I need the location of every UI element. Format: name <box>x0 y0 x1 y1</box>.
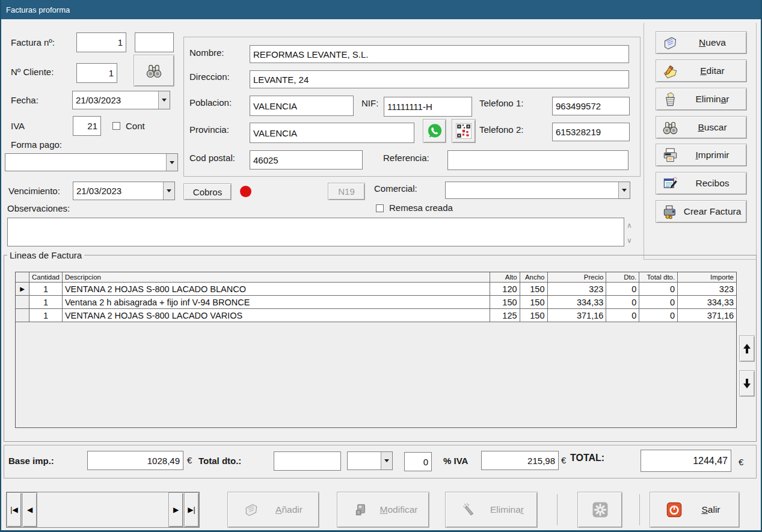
editar-label: Editar <box>678 66 746 76</box>
nav-last-button[interactable]: ▶| <box>184 492 199 527</box>
table-row[interactable]: ▶ 1 VENTANA 2 HOJAS S-800 LACADO BLANCO … <box>16 283 736 296</box>
chevron-down-icon[interactable] <box>158 91 170 109</box>
cobros-label: Cobros <box>193 187 222 197</box>
total-dto-input[interactable] <box>274 451 341 471</box>
total-dto-label: Total dto.: <box>198 456 241 466</box>
window-border-left <box>0 0 1 532</box>
move-line-up-button[interactable] <box>739 335 755 362</box>
editar-button[interactable]: Editar <box>656 60 747 82</box>
col-header-cantidad: Cantidad <box>29 272 63 282</box>
footer-separator <box>557 494 558 525</box>
modificar-button[interactable]: Modificar <box>337 492 429 528</box>
fecha-value: 21/03/2023 <box>73 95 158 105</box>
factura-serie-input[interactable] <box>135 32 174 52</box>
vencimiento-value: 21/03/2023 <box>73 186 163 196</box>
invoice-lines-grid[interactable]: Cantidad Descripcion Alto Ancho Precio D… <box>15 272 737 428</box>
grid-header-row: Cantidad Descripcion Alto Ancho Precio D… <box>16 272 736 283</box>
comercial-combo[interactable] <box>445 182 630 199</box>
pct-iva-label: % IVA <box>443 456 468 466</box>
status-indicator-dot <box>240 186 251 197</box>
scroll-up-icon[interactable]: ∧ <box>627 222 632 228</box>
telefono2-input[interactable] <box>552 123 630 141</box>
crear-factura-button[interactable]: Crear Factura <box>656 200 747 223</box>
iva-amount-input[interactable] <box>481 451 559 470</box>
chevron-down-icon[interactable] <box>381 452 392 469</box>
whatsapp-button[interactable] <box>423 119 446 143</box>
window-title: Facturas proforma <box>6 5 70 14</box>
crear-factura-label: Crear Factura <box>678 206 746 217</box>
receipts-table-icon <box>662 176 678 192</box>
footer-separator <box>639 494 640 525</box>
cliente-input[interactable] <box>76 63 117 83</box>
fecha-combo[interactable]: 21/03/2023 <box>72 91 170 109</box>
whatsapp-icon <box>426 123 443 139</box>
create-invoice-icon <box>662 204 678 220</box>
qr-code-icon <box>456 123 472 139</box>
arrow-up-icon <box>742 343 752 355</box>
forma-pago-combo[interactable] <box>5 153 178 171</box>
new-note-icon <box>662 35 678 51</box>
anadir-button[interactable]: Añadir <box>227 492 319 528</box>
edit-pencil-icon <box>662 63 678 79</box>
total-input[interactable] <box>641 450 731 472</box>
direccion-input[interactable] <box>250 70 629 88</box>
table-row[interactable]: 1 VENTANA 2 HOJAS S-800 LACADO VARIOS 12… <box>16 309 736 322</box>
vencimiento-label: Vencimiento: <box>8 186 60 196</box>
fecha-label: Fecha: <box>11 95 38 105</box>
chevron-down-icon[interactable] <box>166 154 177 171</box>
eliminar-linea-button[interactable]: Eliminar <box>445 492 538 528</box>
telefono1-input[interactable] <box>552 97 630 115</box>
imprimir-label: Imprimir <box>678 150 746 161</box>
cobros-button[interactable]: Cobros <box>183 183 232 200</box>
remesa-checkbox[interactable] <box>376 204 384 212</box>
observaciones-textarea[interactable] <box>7 218 624 246</box>
codpostal-input[interactable] <box>250 150 363 170</box>
nav-first-button[interactable]: |◀ <box>7 492 22 527</box>
lineas-title: Lineas de Factura <box>7 250 84 260</box>
col-header-alto: Alto <box>490 272 520 282</box>
nif-input[interactable] <box>384 97 472 117</box>
iva-pct-input[interactable] <box>404 452 432 471</box>
modificar-label: Modificar <box>369 504 429 515</box>
nueva-button[interactable]: Nueva <box>656 31 747 54</box>
recibos-button[interactable]: Recibos <box>656 172 747 195</box>
n19-button[interactable]: N19 <box>328 183 365 200</box>
codpostal-label: Cod postal: <box>189 153 235 163</box>
nombre-input[interactable] <box>250 45 629 63</box>
facturas-proforma-window: Facturas proforma Factura nº: Nº Cliente… <box>0 0 762 532</box>
buscar-button[interactable]: Buscar <box>656 116 747 139</box>
salir-button[interactable]: Salir <box>650 492 740 528</box>
table-row[interactable]: 1 Ventana 2 h abisagrada + fijo inf V-94… <box>16 296 736 309</box>
poblacion-input[interactable] <box>250 96 354 116</box>
referencia-input[interactable] <box>447 150 628 170</box>
imprimir-button[interactable]: Imprimir <box>656 144 747 167</box>
move-line-down-button[interactable] <box>739 370 755 397</box>
vencimiento-combo[interactable]: 21/03/2023 <box>73 182 175 200</box>
cont-checkbox[interactable] <box>112 122 120 130</box>
scroll-down-icon[interactable]: ∨ <box>627 237 632 243</box>
qr-code-button[interactable] <box>452 119 476 143</box>
col-header-descripcion: Descripcion <box>63 272 490 282</box>
anadir-label: Añadir <box>259 504 319 515</box>
total-label: TOTAL: <box>570 453 604 463</box>
buscar-cliente-button[interactable] <box>134 55 174 87</box>
chevron-down-icon[interactable] <box>618 182 630 198</box>
dto-type-combo[interactable] <box>347 451 393 470</box>
salir-label: Salir <box>683 504 739 515</box>
remesa-label: Remesa creada <box>389 203 453 213</box>
binoculars-icon <box>662 120 678 136</box>
nav-prev-button[interactable]: ◀ <box>22 492 37 527</box>
trash-icon <box>662 91 678 108</box>
chevron-down-icon[interactable] <box>163 182 174 200</box>
binoculars-icon <box>146 63 162 79</box>
eliminar-button[interactable]: Eliminar <box>656 88 747 111</box>
factura-input[interactable] <box>76 32 126 52</box>
base-imp-input[interactable] <box>87 451 183 470</box>
nav-next-button[interactable]: ▶ <box>168 492 183 527</box>
iva-input[interactable] <box>73 116 101 136</box>
forma-pago-label: Forma pago: <box>11 139 62 150</box>
refresh-button[interactable] <box>577 492 622 528</box>
iva-label: IVA <box>11 121 25 131</box>
provincia-input[interactable] <box>250 123 414 143</box>
col-header-importe: Importe <box>678 272 736 282</box>
